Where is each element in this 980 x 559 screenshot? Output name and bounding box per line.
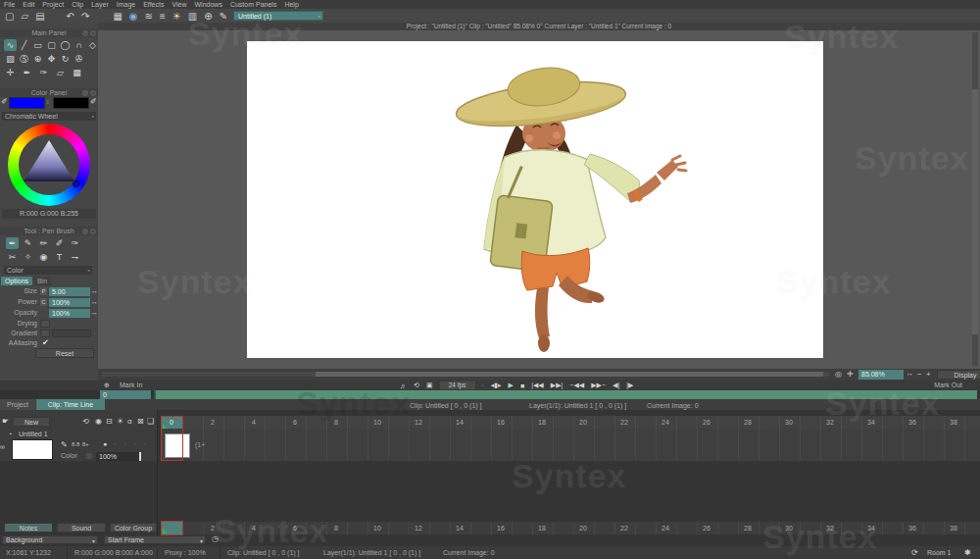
save-icon[interactable]: ▤: [35, 11, 44, 22]
zoom-field[interactable]: 85.08%: [858, 370, 904, 380]
opacity-arrows-icon[interactable]: ↔: [91, 309, 98, 316]
proof-icon[interactable]: ▥: [188, 11, 197, 22]
color-group-button[interactable]: Color Group: [110, 523, 157, 533]
ellipse-tool-icon[interactable]: ◯: [59, 39, 72, 51]
color-wheel-icon[interactable]: ◉: [129, 11, 138, 22]
panel-minus-icon[interactable]: −: [82, 229, 88, 234]
eyedropper-tool-icon[interactable]: ✧: [22, 251, 34, 263]
rect-tool-icon[interactable]: ▭: [31, 39, 44, 51]
speaker-icon[interactable]: ♬: [400, 382, 407, 389]
dup-icon[interactable]: ❏: [147, 417, 154, 426]
zoom-out-icon[interactable]: −: [917, 370, 922, 379]
canvas-hscroll-thumb[interactable]: [316, 372, 823, 377]
new-layer-button[interactable]: New: [13, 417, 50, 427]
goto-end-icon[interactable]: ▶▶|: [551, 381, 564, 389]
stop-icon[interactable]: ■: [520, 382, 524, 389]
center-view-icon[interactable]: ✛: [847, 370, 854, 379]
pan-tool-icon[interactable]: ✥: [45, 53, 58, 65]
menu-item-windows[interactable]: Windows: [195, 0, 222, 9]
open-file-icon[interactable]: ▱: [21, 11, 28, 22]
grid-tool-icon[interactable]: ▦: [71, 67, 83, 78]
panel-minus-icon[interactable]: −: [82, 30, 88, 36]
mark-in-icon[interactable]: ⊕: [104, 381, 110, 389]
brush-panel-icon[interactable]: ✎: [220, 11, 227, 22]
camera-tool-icon[interactable]: ✇: [73, 53, 85, 65]
select-tool-icon[interactable]: ▧: [4, 53, 17, 65]
gradient-checkbox[interactable]: [40, 330, 50, 337]
eyedropper-b-icon[interactable]: ✐: [90, 97, 97, 106]
tab-options[interactable]: Options: [1, 277, 32, 285]
freehand-tool-icon[interactable]: ∿: [4, 39, 17, 51]
brush-tool-icon[interactable]: ✎: [22, 237, 34, 249]
menu-item-layer[interactable]: Layer: [91, 0, 109, 9]
cutter-tool-icon[interactable]: ✂: [6, 251, 19, 263]
gear-icon[interactable]: ✱: [964, 548, 971, 557]
light-table-icon[interactable]: ☀: [172, 11, 181, 22]
line-tool-icon[interactable]: ╱: [18, 39, 30, 51]
tl-loop-icon[interactable]: ⟲: [82, 417, 89, 426]
aaliasing-checkbox[interactable]: ✔: [42, 338, 49, 347]
eye-icon[interactable]: ◉: [95, 417, 102, 426]
panel-close-icon[interactable]: ×: [90, 229, 96, 234]
new-file-icon[interactable]: ▢: [5, 11, 14, 22]
menu-item-custom-panels[interactable]: Custom Panels: [230, 0, 276, 9]
goto-start-icon[interactable]: |◀◀: [531, 381, 544, 389]
chromatic-triangle[interactable]: [19, 134, 79, 195]
gradient-field[interactable]: [52, 330, 91, 337]
canvas-vscroll-track[interactable]: [972, 32, 978, 366]
range-icon[interactable]: ▣: [426, 381, 433, 389]
layer-thumbnail[interactable]: [12, 439, 53, 460]
drawing-canvas[interactable]: [247, 41, 823, 358]
play-icon[interactable]: ▶: [509, 381, 514, 389]
onion-b-icon[interactable]: 8+: [82, 441, 89, 447]
size-profile-button[interactable]: P: [40, 287, 47, 295]
tab-project[interactable]: Project: [0, 399, 35, 410]
layer-dot-icon[interactable]: ●: [103, 440, 107, 447]
menu-item-view[interactable]: View: [172, 0, 186, 9]
nib-tool-icon[interactable]: ✑: [37, 67, 50, 78]
sound-button[interactable]: Sound: [57, 523, 106, 533]
panel-minus-icon[interactable]: −: [82, 90, 88, 96]
menu-item-help[interactable]: Help: [284, 0, 298, 9]
room-selector[interactable]: Room 1: [927, 549, 952, 556]
link-icon[interactable]: ∞: [0, 443, 5, 450]
brush-mode-dropdown[interactable]: Color ◦: [4, 266, 92, 275]
warp-tool-icon[interactable]: ✛: [4, 67, 17, 78]
magnify-tool-icon[interactable]: ⊕: [31, 53, 44, 65]
zoom-tool-icon[interactable]: ⊕: [204, 11, 212, 22]
current-frame-field[interactable]: 0: [100, 390, 151, 399]
next-frame-icon[interactable]: |▶: [626, 381, 633, 389]
rotate-tool-icon[interactable]: ↻: [59, 53, 72, 65]
power-field[interactable]: 100%: [49, 298, 90, 307]
square-tool-icon[interactable]: ▢: [45, 39, 58, 51]
frames-layer-strip[interactable]: [162, 429, 980, 461]
layer-pencil-icon[interactable]: ✎: [61, 440, 68, 449]
panel-close-icon[interactable]: ×: [90, 90, 96, 96]
paper-tool-icon[interactable]: ▱: [54, 67, 67, 78]
select-shape-tool-icon[interactable]: Ⓢ: [18, 53, 30, 65]
bulb-icon[interactable]: ☀: [117, 417, 123, 426]
size-arrows-icon[interactable]: ↔: [91, 287, 98, 294]
menu-item-file[interactable]: File: [4, 0, 15, 9]
text-tool-icon[interactable]: T: [53, 251, 66, 263]
menu-item-image[interactable]: Image: [117, 0, 135, 9]
fit-view-icon[interactable]: ◎: [835, 370, 842, 379]
menu-item-edit[interactable]: Edit: [23, 0, 34, 9]
swatch-spin-icon[interactable]: ↕: [46, 98, 50, 105]
color-b-swatch[interactable]: [53, 97, 89, 109]
layers-icon[interactable]: ≡: [160, 11, 166, 22]
layer-blend-box[interactable]: [85, 452, 93, 460]
box-x-icon[interactable]: ⊠: [137, 417, 144, 426]
waterdrop-tool-icon[interactable]: ◉: [37, 251, 50, 263]
color-mode-dropdown[interactable]: Chromatic Wheel ◦: [2, 112, 96, 121]
power-arrows-icon[interactable]: ↔: [91, 298, 98, 305]
flip-frames-icon[interactable]: ◂▮▸: [491, 381, 502, 389]
reset-button[interactable]: Reset: [35, 348, 94, 358]
canvas-hscroll-track[interactable]: [102, 372, 829, 377]
airbrush-tool-icon[interactable]: ✐: [53, 237, 66, 249]
canvas-area[interactable]: Project : "Untitled (1)" Clip : "Untitle…: [98, 23, 980, 369]
oil-brush-tool-icon[interactable]: ✑: [69, 237, 81, 249]
display-button[interactable]: Display: [937, 370, 980, 380]
zoom-arrows-icon[interactable]: ↔: [906, 370, 913, 377]
fps-caret-icon[interactable]: ◦: [482, 382, 484, 388]
